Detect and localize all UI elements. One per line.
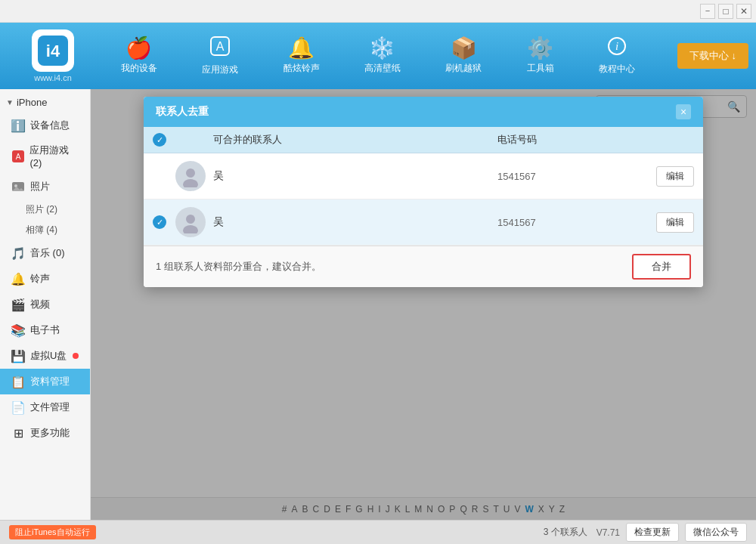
row2-check-col[interactable]: ✓ xyxy=(153,215,175,229)
data-mgmt-icon: 📋 xyxy=(11,374,26,389)
merge-button[interactable]: 合并 xyxy=(632,254,691,280)
table-phone-header: 电话号码 xyxy=(497,133,649,147)
ringtones-label: 酷炫铃声 xyxy=(284,62,320,75)
close-button[interactable]: ✕ xyxy=(736,4,751,19)
ringtones-icon: 🔔 xyxy=(288,38,314,59)
wechat-button[interactable]: 微信公众号 xyxy=(685,523,747,542)
row2-avatar xyxy=(175,207,206,237)
jailbreak-icon: 📦 xyxy=(451,38,477,59)
sidebar-item-file-mgmt[interactable]: 📄 文件管理 xyxy=(0,394,90,420)
device-info-icon: ℹ️ xyxy=(11,118,26,133)
my-device-icon: 🍎 xyxy=(125,38,152,59)
status-right: V7.71 检查更新 微信公众号 xyxy=(596,523,747,542)
table-check-header: ✓ xyxy=(153,133,175,147)
modal-title: 联系人去重 xyxy=(156,105,209,119)
modal-dialog: 联系人去重 × ✓ 可合并的联系人 电话号码 xyxy=(144,97,703,287)
svg-point-12 xyxy=(183,179,198,187)
sidebar-item-data-mgmt[interactable]: 📋 资料管理 xyxy=(0,369,90,394)
row1-name: 吴 xyxy=(213,169,497,183)
header-right: 下载中心 ↓ xyxy=(658,43,748,69)
logo-icon: i4 xyxy=(32,29,74,72)
nav-tabs: 🍎 我的设备 A 应用游戏 🔔 酷炫铃声 ❄️ 高清壁纸 📦 刷机越狱 ⚙️ 工… xyxy=(98,23,658,89)
nav-tab-app-games[interactable]: A 应用游戏 xyxy=(190,29,250,82)
app-games-icon: A xyxy=(209,36,231,60)
nav-tab-ringtones[interactable]: 🔔 酷炫铃声 xyxy=(271,32,332,81)
table-name-header: 可合并的联系人 xyxy=(175,133,497,147)
logo: i4 www.i4.cn xyxy=(8,29,98,82)
maximize-button[interactable]: □ xyxy=(718,4,733,19)
sidebar-item-device-info[interactable]: ℹ️ 设备信息 xyxy=(0,113,90,138)
header: i4 www.i4.cn 🍎 我的设备 A 应用游戏 🔔 酷炫铃声 ❄️ 高清壁… xyxy=(0,23,756,89)
row1-avatar xyxy=(175,161,206,191)
row1-action: 编辑 xyxy=(649,166,694,187)
svg-point-14 xyxy=(183,225,198,233)
modal-footer: 1 组联系人资料部分重合，建议合并。 合并 xyxy=(144,246,703,287)
check-update-button[interactable]: 检查更新 xyxy=(626,523,679,542)
wallpaper-icon: ❄️ xyxy=(369,38,395,59)
row1-edit-button[interactable]: 编辑 xyxy=(656,166,694,187)
stop-itunes-button[interactable]: 阻止iTunes自动运行 xyxy=(9,525,96,539)
virtual-u-icon: 💾 xyxy=(11,348,26,363)
toolbox-label: 工具箱 xyxy=(527,62,554,75)
content-area: 🔍 # A B C D E F G H I J K L M N O P Q R … xyxy=(91,89,756,520)
sidebar-item-music[interactable]: 🎵 音乐 (0) xyxy=(0,240,90,266)
sidebar-item-ringtones[interactable]: 🔔 铃声 xyxy=(0,266,90,292)
table-row: 吴 1541567 编辑 xyxy=(144,153,703,199)
ebooks-icon: 📚 xyxy=(11,323,26,338)
svg-point-11 xyxy=(186,168,195,178)
sidebar-item-photos[interactable]: 照片 xyxy=(0,174,90,199)
videos-icon: 🎬 xyxy=(11,297,26,312)
nav-tab-jailbreak[interactable]: 📦 刷机越狱 xyxy=(433,32,494,81)
sidebar-sub-photos[interactable]: 照片 (2) xyxy=(0,199,90,220)
nav-tab-my-device[interactable]: 🍎 我的设备 xyxy=(109,32,169,81)
modal-header: 联系人去重 × xyxy=(144,97,703,127)
header-checkmark: ✓ xyxy=(153,133,166,147)
ringtone-sidebar-icon: 🔔 xyxy=(11,271,26,286)
main: ▼ iPhone ℹ️ 设备信息 A 应用游戏 (2) 照片 照片 (2) 相簿… xyxy=(0,89,756,520)
status-contact-count: 3 个联系人 xyxy=(544,526,587,539)
jailbreak-label: 刷机越狱 xyxy=(445,62,482,75)
modal-footer-text: 1 组联系人资料部分重合，建议合并。 xyxy=(156,260,321,274)
nav-tab-wallpaper[interactable]: ❄️ 高清壁纸 xyxy=(352,32,413,81)
sidebar-item-videos[interactable]: 🎬 视频 xyxy=(0,292,90,317)
sidebar-item-ebooks[interactable]: 📚 电子书 xyxy=(0,317,90,343)
row1-phone: 1541567 xyxy=(497,171,649,182)
wallpaper-label: 高清壁纸 xyxy=(364,62,401,75)
photos-icon xyxy=(11,179,26,194)
modal-table-header: ✓ 可合并的联系人 电话号码 xyxy=(144,127,703,153)
modal-overlay: 联系人去重 × ✓ 可合并的联系人 电话号码 xyxy=(91,89,756,520)
svg-point-9 xyxy=(14,184,17,187)
row2-edit-button[interactable]: 编辑 xyxy=(656,212,694,233)
sidebar-item-more[interactable]: ⊞ 更多功能 xyxy=(0,420,90,446)
title-bar: － □ ✕ xyxy=(0,0,756,23)
my-device-label: 我的设备 xyxy=(121,62,157,75)
modal-close-button[interactable]: × xyxy=(676,104,691,119)
chevron-icon: ▼ xyxy=(6,98,14,107)
nav-tab-toolbox[interactable]: ⚙️ 工具箱 xyxy=(515,32,566,81)
music-icon: 🎵 xyxy=(11,246,26,261)
sidebar-section-iphone[interactable]: ▼ iPhone xyxy=(0,92,90,113)
sidebar-item-virtual-u[interactable]: 💾 虚拟U盘 xyxy=(0,343,90,369)
sidebar-sub-album[interactable]: 相簿 (4) xyxy=(0,220,90,240)
table-row: ✓ 吴 1541567 编辑 xyxy=(144,199,703,246)
svg-text:A: A xyxy=(216,40,225,53)
logo-url: www.i4.cn xyxy=(34,73,72,82)
minimize-button[interactable]: － xyxy=(700,4,715,19)
apps-icon: A xyxy=(11,149,25,164)
sidebar-item-apps[interactable]: A 应用游戏 (2) xyxy=(0,138,90,174)
tutorials-icon: i xyxy=(607,36,627,60)
svg-text:i: i xyxy=(615,40,618,52)
svg-text:A: A xyxy=(15,153,20,161)
file-mgmt-icon: 📄 xyxy=(11,400,26,415)
tutorials-label: 教程中心 xyxy=(599,63,635,76)
status-left: 阻止iTunes自动运行 xyxy=(9,525,534,539)
nav-tab-tutorials[interactable]: i 教程中心 xyxy=(587,30,647,82)
svg-point-13 xyxy=(186,215,195,224)
row2-name: 吴 xyxy=(213,215,497,229)
sidebar: ▼ iPhone ℹ️ 设备信息 A 应用游戏 (2) 照片 照片 (2) 相簿… xyxy=(0,89,91,520)
download-button[interactable]: 下载中心 ↓ xyxy=(677,43,748,69)
row2-action: 编辑 xyxy=(649,212,694,233)
status-bar: 阻止iTunes自动运行 3 个联系人 V7.71 检查更新 微信公众号 xyxy=(0,520,756,544)
app-games-label: 应用游戏 xyxy=(202,63,238,76)
more-icon: ⊞ xyxy=(11,425,26,440)
